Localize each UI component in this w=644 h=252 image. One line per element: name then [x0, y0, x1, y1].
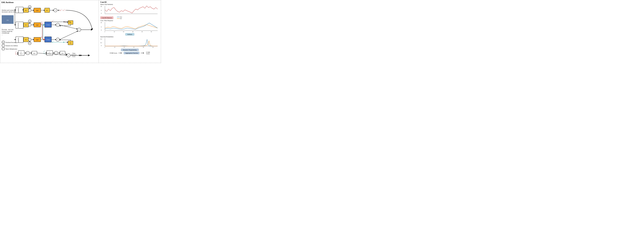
dp-box: Dynamic Programming	[121, 49, 138, 51]
svg-text:FC: FC	[70, 42, 71, 44]
svg-text:FC: FC	[70, 22, 71, 23]
svg-text:+: +	[29, 39, 30, 40]
svg-text:FC: FC	[25, 39, 27, 40]
svg-rect-60	[68, 20, 73, 24]
svg-rect-25	[34, 8, 41, 12]
diagram-svg: Sheldon and Leonard go downstairs side b…	[0, 0, 99, 63]
svg-text:0: 0	[45, 54, 45, 55]
svg-point-29	[54, 8, 57, 12]
chart3-label: Start-End Probabilities	[100, 36, 159, 37]
svg-text:FC: FC	[25, 9, 27, 11]
svg-line-135	[65, 53, 67, 55]
svg-point-16	[2, 47, 5, 50]
chart3-section: Start-End Probabilities	[100, 36, 159, 48]
svg-line-107	[60, 31, 78, 40]
svg-point-56	[56, 23, 60, 26]
svg-text:L2-: L2-	[20, 51, 22, 53]
right-panel: ConvSE Query-Clip Similarity ConvSE Dete…	[99, 0, 161, 63]
svg-text:q: q	[65, 41, 66, 43]
dp-row: Dynamic Programming	[100, 48, 159, 51]
vcmr-label: VCMR Scores	[146, 51, 150, 54]
svg-text:]: ]	[65, 9, 66, 11]
svg-text:q: q	[15, 51, 16, 53]
chart1-label: Query-Clip Similarity	[100, 3, 159, 5]
svg-text:v: v	[16, 50, 17, 52]
svg-text:Retrieval: Retrieval	[72, 54, 76, 56]
svg-text:Positional Encoding: Positional Encoding	[6, 42, 16, 43]
svg-rect-2	[2, 15, 14, 24]
svg-rect-125	[47, 50, 53, 55]
legend-start: Start	[117, 16, 122, 18]
softmax-row: Softmax	[100, 33, 159, 35]
svg-text:Self: Self	[36, 24, 38, 26]
svg-text:H: H	[44, 52, 45, 54]
svg-text:; q: ; q	[62, 9, 64, 11]
svg-text:max: max	[61, 52, 64, 54]
svg-text:Score: Score	[72, 56, 76, 57]
svg-text:q: q	[44, 50, 44, 52]
svg-text:...: ...	[2, 27, 3, 29]
svg-text:s: s	[53, 41, 54, 42]
legend-end: End	[117, 18, 122, 19]
xml-backbone-title: XML Backbone	[1, 1, 98, 3]
svg-text:0: 0	[16, 54, 17, 55]
svg-rect-96	[68, 41, 73, 45]
svg-text:0: 0	[42, 23, 43, 24]
svg-rect-79	[24, 37, 28, 42]
svg-text:Norm: Norm	[48, 53, 51, 54]
chart1-section: Query-Clip Similarity	[100, 3, 159, 16]
svmr-label: SVMR Scores	[110, 52, 117, 54]
svg-text:H: H	[15, 53, 16, 55]
legend-end-label: End	[120, 18, 122, 19]
left-panel: XML Backbone Sheldon and Leonard go down…	[0, 0, 99, 63]
svg-text:q: q	[52, 20, 53, 22]
svg-point-128	[54, 51, 58, 55]
svg-line-145	[46, 54, 47, 54]
svg-text:×: ×	[3, 48, 4, 50]
svg-text:3D+ResNet: 3D+ResNet	[18, 23, 19, 28]
svg-text:Leonard: Sounds like: Leonard: Sounds like	[2, 31, 12, 32]
svg-text:q: q	[65, 21, 66, 22]
svg-text:PE: PE	[29, 6, 30, 8]
svg-rect-87	[45, 37, 52, 42]
svg-point-21	[28, 5, 31, 8]
svg-text:max: max	[33, 52, 36, 54]
svg-text:Video: Video	[72, 53, 76, 54]
svg-text:×: ×	[57, 39, 58, 41]
svg-point-23	[28, 9, 31, 12]
svg-text:Cross: Cross	[46, 39, 50, 40]
svg-text:Cross: Cross	[46, 24, 50, 25]
svg-text:×: ×	[57, 24, 58, 26]
svg-rect-54	[45, 22, 52, 27]
svg-text:...: ...	[2, 34, 3, 35]
svg-text:Self: Self	[36, 9, 38, 11]
svg-rect-46	[24, 23, 28, 27]
svg-text:[q: [q	[60, 9, 61, 11]
svg-text:00:26.568→ 00:27.818: 00:26.568→ 00:27.818	[2, 29, 14, 30]
svg-text:q: q	[52, 41, 53, 43]
svg-text:PE: PE	[2, 42, 4, 43]
svg-text:Norm: Norm	[20, 53, 22, 54]
query-clip-chart	[100, 5, 158, 16]
svg-text:v: v	[17, 53, 18, 54]
svg-text:v: v	[43, 21, 43, 22]
svg-text:+: +	[3, 45, 4, 46]
svg-rect-118	[32, 51, 37, 55]
svg-text:a breakthrough: a breakthrough	[2, 32, 9, 34]
svg-point-132	[67, 54, 70, 57]
svg-text:FC: FC	[25, 24, 27, 26]
svg-text:video: video	[6, 19, 9, 21]
svg-text:PE: PE	[29, 21, 30, 22]
svg-text:×: ×	[55, 9, 56, 11]
svg-text:+: +	[29, 24, 30, 26]
svg-text:RoBERTa: RoBERTa	[18, 8, 19, 13]
svg-line-141	[17, 54, 18, 54]
svg-point-81	[28, 38, 31, 41]
conv-filter-chart	[100, 21, 158, 33]
softmax-box: Softmax	[125, 33, 134, 35]
svg-text:H: H	[41, 36, 42, 38]
svg-text:L2-: L2-	[49, 51, 50, 53]
svg-text:s: s	[43, 36, 43, 37]
svg-text:+: +	[68, 54, 69, 56]
svg-text:PE: PE	[29, 43, 30, 44]
